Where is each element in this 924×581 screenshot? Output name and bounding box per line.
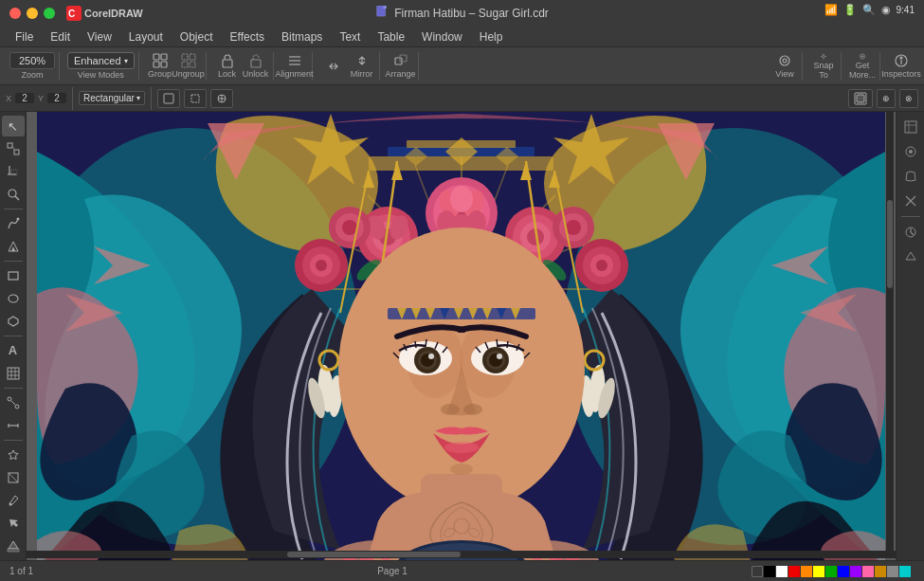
svg-point-32	[900, 57, 902, 59]
color-red[interactable]	[788, 566, 800, 577]
inspectors-button[interactable]: Inspectors	[888, 53, 915, 80]
crop-tool-btn[interactable]	[2, 161, 25, 182]
select-tool-btn[interactable]: ↖	[2, 116, 25, 136]
right-tool-3[interactable]	[899, 165, 922, 188]
horizontal-scrollbar[interactable]	[27, 551, 896, 558]
unlock-button[interactable]: Unlock	[243, 53, 269, 80]
svg-rect-65	[8, 549, 19, 552]
color-cyan[interactable]	[899, 566, 911, 577]
enhanced-button[interactable]: Enhanced ▾	[67, 52, 135, 69]
arrange-button[interactable]: Arrange	[388, 53, 414, 80]
zoom-tool-btn[interactable]	[2, 184, 25, 205]
prop-break-btn[interactable]: ⊗	[899, 89, 918, 108]
color-blue[interactable]	[838, 566, 849, 577]
color-orange[interactable]	[801, 566, 812, 577]
coreldraw-logo-icon: C	[66, 6, 82, 21]
color-brown[interactable]	[875, 566, 886, 577]
prop-outline-btn[interactable]	[848, 89, 873, 108]
wifi-icon: 📶	[824, 4, 838, 16]
shape-dropdown[interactable]: Rectangular ▾	[79, 91, 145, 105]
prop-btn-2[interactable]	[184, 89, 207, 108]
color-black[interactable]	[764, 566, 775, 577]
ungroup-label: Ungroup	[172, 69, 205, 79]
get-more-button[interactable]: Get More...	[849, 53, 876, 80]
rect-tool-btn[interactable]	[2, 265, 25, 286]
main-area: ↖ A	[0, 112, 924, 560]
connector-tool-btn[interactable]	[2, 392, 25, 413]
alignment-button[interactable]: Alignment	[281, 53, 308, 80]
table-tool-btn[interactable]	[2, 363, 25, 384]
eyedropper-tool-btn[interactable]	[2, 490, 25, 511]
prop-btn-1[interactable]	[157, 89, 180, 108]
prop-btn-3[interactable]	[210, 89, 233, 108]
color-none[interactable]	[752, 566, 763, 577]
color-gray[interactable]	[887, 566, 898, 577]
zoom-input[interactable]	[9, 52, 55, 69]
color-green[interactable]	[825, 566, 837, 577]
menu-view[interactable]: View	[80, 28, 119, 45]
y-label: Y	[38, 94, 44, 103]
menu-object[interactable]: Object	[172, 28, 221, 45]
right-tool-4[interactable]	[899, 190, 922, 212]
color-white[interactable]	[776, 566, 788, 577]
menu-file[interactable]: File	[8, 28, 41, 45]
minimize-button[interactable]	[27, 8, 38, 19]
time-display: 9:41	[897, 5, 915, 15]
right-tool-1[interactable]	[899, 116, 922, 138]
menu-window[interactable]: Window	[414, 28, 470, 45]
polygon-tool-btn[interactable]	[2, 311, 25, 332]
fill-tool-btn[interactable]	[2, 536, 25, 556]
right-tool-2[interactable]	[899, 140, 922, 163]
menu-help[interactable]: Help	[472, 28, 511, 45]
ellipse-tool-btn[interactable]	[2, 288, 25, 309]
effects-tool-btn[interactable]	[2, 445, 25, 465]
menu-text[interactable]: Text	[332, 28, 368, 45]
interact-tool-btn[interactable]	[2, 513, 25, 534]
menu-effects[interactable]: Effects	[223, 28, 272, 45]
lock-button[interactable]: Lock	[214, 53, 241, 80]
freehand-tool-btn[interactable]	[2, 213, 25, 234]
snap-to-button[interactable]: Snap To	[810, 53, 837, 80]
canvas-area[interactable]	[27, 112, 896, 560]
group-button[interactable]: Group	[147, 53, 173, 80]
menu-layout[interactable]: Layout	[121, 28, 171, 45]
mirror-h-button[interactable]	[320, 53, 347, 80]
right-tool-6[interactable]	[899, 245, 922, 268]
divider2	[4, 261, 23, 262]
menu-table[interactable]: Table	[370, 28, 412, 45]
smart-fill-btn[interactable]	[2, 236, 25, 257]
mirror-label: Mirror	[351, 69, 373, 79]
color-palette[interactable]	[752, 566, 911, 577]
left-toolbar: ↖ A	[0, 112, 27, 560]
svg-point-171	[444, 442, 479, 453]
close-button[interactable]	[9, 8, 21, 19]
maximize-button[interactable]	[44, 8, 55, 19]
right-panel	[896, 112, 924, 560]
divider-1	[72, 87, 73, 110]
prop-combine-btn[interactable]: ⊕	[877, 89, 896, 108]
alignment-label: Alignment	[276, 69, 314, 79]
svg-rect-48	[9, 272, 18, 280]
node-tool-btn[interactable]	[2, 138, 25, 159]
measure-tool-btn[interactable]	[2, 415, 25, 436]
svg-point-168	[497, 354, 502, 359]
transparency-tool-btn[interactable]	[2, 467, 25, 488]
vertical-scrollbar[interactable]	[886, 112, 894, 553]
text-tool-btn[interactable]: A	[2, 340, 25, 361]
ungroup-button[interactable]: Ungroup	[175, 53, 202, 80]
color-purple[interactable]	[850, 566, 861, 577]
mirror-v-button[interactable]: Mirror	[349, 53, 375, 80]
menu-edit[interactable]: Edit	[43, 28, 78, 45]
right-tool-5[interactable]	[899, 221, 922, 244]
svg-line-46	[15, 196, 19, 200]
color-yellow[interactable]	[813, 566, 824, 577]
scroll-thumb-h[interactable]	[287, 552, 461, 557]
view-button[interactable]: View	[771, 53, 798, 80]
svg-rect-33	[164, 94, 173, 103]
snap-section: Snap To	[806, 52, 842, 81]
inspectors-section: Inspectors	[884, 52, 918, 81]
color-pink[interactable]	[862, 566, 874, 577]
menu-bitmaps[interactable]: Bitmaps	[274, 28, 330, 45]
scroll-thumb-v[interactable]	[887, 200, 893, 288]
group-label: Group	[148, 69, 172, 79]
